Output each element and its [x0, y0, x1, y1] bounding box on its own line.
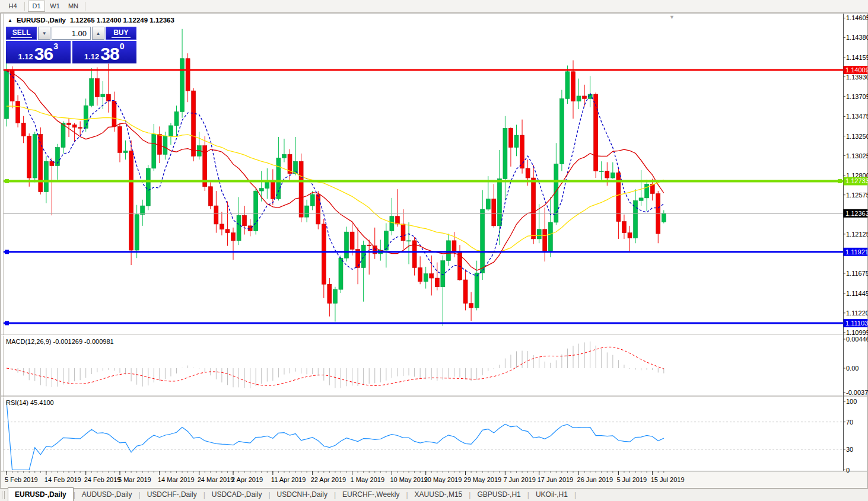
date-axis-label: 5 Jul 2019	[616, 476, 647, 483]
price-axis-label: 1.13475	[846, 113, 868, 120]
price-axis-label: 1.12125	[846, 231, 868, 238]
chart-tab-gbpusd[interactable]: GBPUSD-,H1	[470, 489, 527, 501]
date-axis-label: 14 Mar 2019	[158, 476, 195, 483]
rsi-value: 45.4100	[30, 399, 54, 406]
date-axis-label: 2 Apr 2019	[231, 476, 263, 483]
sell-price-panel[interactable]: 1.12 36 3	[6, 41, 71, 63]
chart-header: ▲ EURUSD-,Daily 1.12265 1.12400 1.12249 …	[8, 17, 174, 24]
chart-tab-eurusd[interactable]: EURUSD-,Daily	[8, 487, 74, 501]
date-axis-label: 26 Jun 2019	[577, 476, 613, 483]
sell-price-big: 36	[34, 46, 53, 61]
price-axis-label: 1.11445	[846, 290, 868, 297]
buy-price-pipette: 0	[120, 43, 125, 50]
buy-price-prefix: 1.12	[84, 52, 99, 61]
date-axis-label: 15 Jul 2019	[651, 476, 685, 483]
price-axis-label: 1.14605	[846, 14, 868, 21]
chart-tab-audusd[interactable]: AUDUSD-,Daily	[75, 489, 139, 501]
price-level-label: 1.14009	[845, 66, 868, 74]
volume-input[interactable]	[52, 27, 91, 40]
chart-ohlc-values: 1.12265 1.12400 1.12249 1.12363	[70, 17, 174, 24]
one-click-collapse-icon[interactable]: ▲	[8, 18, 12, 23]
tab-separator: |	[574, 491, 576, 499]
macd-values: -0.001269 -0.000981	[53, 338, 113, 345]
date-axis-label: 5 Mar 2019	[118, 476, 151, 483]
buy-button[interactable]: BUY	[106, 27, 136, 40]
rsi-axis-label: 0	[846, 467, 850, 474]
rsi-axis-label: 70	[846, 419, 853, 426]
date-axis-label: 7 Jun 2019	[503, 476, 535, 483]
price-axis-label: 1.13705	[846, 93, 868, 100]
chart-tab-usdcnh[interactable]: USDCNH-,Daily	[271, 489, 334, 501]
price-axis-label: 1.11220	[846, 309, 868, 317]
spinner-down-icon: ▼	[42, 31, 47, 36]
date-axis-label: 20 May 2019	[424, 476, 462, 483]
buy-price-panel[interactable]: 1.12 38 0	[72, 41, 137, 63]
one-click-trading-panel: SELL ▼ ▲ BUY 1.12 36 3 1.12 38 0	[6, 27, 136, 63]
rsi-indicator-label: RSI(14) 45.4100	[6, 399, 54, 406]
price-level-label: 1.12363	[845, 210, 868, 217]
sell-button-label: SELL	[11, 28, 33, 38]
rsi-axis-label: 100	[846, 398, 857, 405]
date-axis-label: 17 Jun 2019	[538, 476, 574, 483]
volume-increase-button[interactable]: ▲	[92, 27, 104, 40]
rsi-axis-label: 30	[846, 446, 853, 453]
price-axis-label: 1.12575	[846, 192, 868, 199]
rsi-name: RSI(14)	[6, 399, 28, 406]
date-axis-label: 5 Feb 2019	[5, 476, 38, 483]
date-axis-label: 29 May 2019	[464, 476, 502, 483]
date-axis-label: 1 May 2019	[351, 476, 384, 483]
date-axis-label: 22 Apr 2019	[311, 476, 346, 483]
date-axis-label: 24 Feb 2019	[84, 476, 121, 483]
price-axis-label: 1.14380	[846, 34, 868, 41]
chart-canvas[interactable]: 1.146051.143801.141551.139301.137051.134…	[0, 0, 868, 501]
buy-button-label: BUY	[112, 28, 130, 38]
chart-symbol-title: EURUSD-,Daily	[17, 17, 66, 24]
sell-price-pipette: 3	[53, 43, 58, 50]
chart-tab-xauusd[interactable]: XAUUSD-,M15	[408, 489, 469, 501]
price-level-label: 1.11103	[845, 320, 868, 327]
macd-name: MACD(12,26,9)	[6, 338, 51, 345]
price-axis-label: 1.13250	[846, 133, 868, 140]
sell-button[interactable]: SELL	[6, 27, 37, 40]
price-axis-label: 1.11675	[846, 270, 868, 277]
sell-price-prefix: 1.12	[18, 52, 33, 61]
macd-axis-label: -0.003715	[846, 389, 868, 396]
price-axis-label: 1.13930	[846, 74, 868, 81]
date-axis-label: 14 Feb 2019	[44, 476, 81, 483]
macd-axis-label: 0.004465	[846, 336, 868, 343]
date-axis-label: 24 Mar 2019	[198, 476, 234, 483]
price-level-label: 1.11921	[845, 248, 868, 256]
date-axis-label: 11 Apr 2019	[271, 476, 306, 483]
price-level-label: 1.12733	[845, 177, 868, 184]
chart-shift-icon[interactable]: ▼	[669, 14, 675, 20]
volume-decrease-button[interactable]: ▼	[38, 27, 50, 40]
macd-indicator-label: MACD(12,26,9) -0.001269 -0.000981	[6, 338, 114, 345]
date-axis-label: 10 May 2019	[390, 476, 428, 483]
price-axis-label: 1.13025	[846, 152, 868, 159]
macd-axis-label: 0.00	[846, 365, 859, 372]
chart-tab-usdcad[interactable]: USDCAD-,Daily	[205, 489, 269, 501]
tabbar-grip	[2, 491, 5, 499]
price-axis-label: 1.14155	[846, 54, 868, 61]
spinner-up-icon: ▲	[96, 31, 100, 36]
chart-tab-usdchf[interactable]: USDCHF-,Daily	[141, 489, 204, 501]
chart-tab-eurchf[interactable]: EURCHF-,Weekly	[336, 489, 406, 501]
chart-tab-ukoil[interactable]: UKOil-,H1	[529, 489, 574, 501]
chart-tabbar: EURUSD-,Daily|AUDUSD-,Daily|USDCHF-,Dail…	[0, 488, 868, 501]
buy-price-big: 38	[100, 46, 119, 61]
